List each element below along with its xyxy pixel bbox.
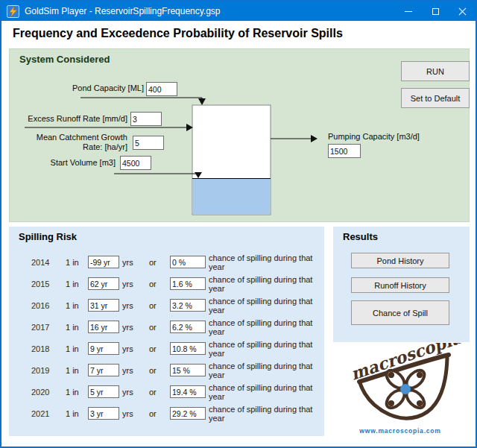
risk-row-2017: 2017 1 in yrs or chance of spilling duri… — [9, 316, 324, 338]
one-in-label: 1 in — [66, 388, 88, 397]
pond-capacity-arrowhead — [198, 98, 206, 105]
pond-capacity-label: Pond Capacity [ML] — [10, 83, 144, 93]
risk-row-2016: 2016 1 in yrs or chance of spilling duri… — [9, 294, 324, 316]
close-icon — [458, 7, 467, 16]
return-period-input[interactable] — [88, 342, 119, 355]
logo-flower — [383, 367, 427, 411]
logo-url-text: www.macroscopia.com — [337, 427, 464, 435]
yrs-label: yrs — [122, 301, 149, 310]
maximize-button[interactable] — [422, 1, 449, 21]
year-label: 2021 — [31, 409, 66, 418]
pond-history-button[interactable]: Pond History — [351, 253, 449, 268]
goldsim-player-window: GoldSim Player - ReservoirSpillingFreque… — [0, 0, 477, 448]
chance-label: chance of spilling during that year — [209, 340, 324, 358]
yrs-label: yrs — [122, 280, 149, 288]
probability-input[interactable] — [170, 321, 206, 333]
chance-label: chance of spilling during that year — [209, 275, 324, 293]
excess-runoff-rate-input[interactable] — [130, 112, 162, 126]
runoff-arrowhead — [186, 124, 193, 131]
or-label: or — [149, 280, 170, 288]
probability-input[interactable] — [170, 385, 206, 398]
start-volume-input[interactable] — [120, 156, 151, 170]
yrs-label: yrs — [122, 388, 149, 397]
return-period-input[interactable] — [88, 277, 119, 290]
year-label: 2018 — [31, 344, 66, 353]
or-label: or — [149, 344, 170, 353]
page-title: Frequency and Exceedence Probability of … — [13, 27, 343, 40]
spilling-risk-panel: Spilling Risk 2014 1 in yrs or chance of… — [9, 227, 324, 436]
return-period-input[interactable] — [88, 407, 119, 420]
year-label: 2014 — [31, 258, 66, 267]
spilling-risk-header: Spilling Risk — [19, 231, 77, 242]
one-in-label: 1 in — [66, 301, 88, 310]
one-in-label: 1 in — [66, 344, 88, 353]
return-period-input[interactable] — [88, 364, 119, 376]
probability-input[interactable] — [170, 342, 206, 355]
or-label: or — [149, 301, 170, 310]
goldsim-app-icon — [7, 5, 19, 18]
return-period-input[interactable] — [88, 256, 119, 268]
catchment-growth-rate-input[interactable] — [133, 136, 164, 150]
minimize-button[interactable] — [395, 1, 422, 21]
pumping-arrowhead — [311, 135, 318, 142]
year-label: 2015 — [31, 280, 66, 288]
chance-label: chance of spilling during that year — [209, 405, 324, 423]
year-label: 2020 — [31, 388, 66, 397]
risk-row-2019: 2019 1 in yrs or chance of spilling duri… — [9, 359, 324, 381]
risk-row-2014: 2014 1 in yrs or chance of spilling duri… — [9, 251, 324, 273]
reservoir-water — [193, 179, 271, 215]
probability-input[interactable] — [170, 364, 206, 376]
probability-input[interactable] — [170, 407, 206, 420]
yrs-label: yrs — [122, 366, 149, 375]
macroscopia-logo-mark: macroscopia — [337, 343, 464, 423]
system-panel-header: System Considered — [19, 54, 110, 65]
yrs-label: yrs — [122, 258, 149, 267]
chance-label: chance of spilling during that year — [209, 362, 324, 379]
chance-label: chance of spilling during that year — [209, 253, 324, 271]
logo-center-dot — [400, 384, 411, 394]
one-in-label: 1 in — [66, 366, 88, 375]
catchment-growth-rate-label: Mean Catchment Growth Rate: [ha/yr] — [10, 133, 127, 152]
run-button[interactable]: RUN — [401, 61, 470, 81]
results-panel: Results Pond History Runoff History Chan… — [333, 227, 470, 342]
pumping-capacity-label: Pumping Capacity [m3/d] — [328, 132, 455, 142]
macroscopia-logo: macroscopia www.macroscopia.com — [337, 343, 464, 438]
titlebar: GoldSim Player - ReservoirSpillingFreque… — [1, 1, 476, 21]
pond-capacity-input[interactable] — [146, 82, 177, 96]
chance-label: chance of spilling during that year — [209, 383, 324, 401]
one-in-label: 1 in — [66, 258, 88, 267]
yrs-label: yrs — [122, 344, 149, 353]
chance-of-spill-button[interactable]: Chance of Spill — [351, 300, 449, 325]
close-button[interactable] — [449, 1, 476, 21]
yrs-label: yrs — [122, 409, 149, 418]
or-label: or — [149, 409, 170, 418]
yrs-label: yrs — [122, 323, 149, 332]
year-label: 2017 — [31, 323, 66, 332]
spilling-risk-rows: 2014 1 in yrs or chance of spilling duri… — [9, 251, 324, 424]
return-period-input[interactable] — [88, 321, 119, 333]
probability-input[interactable] — [170, 277, 206, 290]
one-in-label: 1 in — [66, 280, 88, 288]
excess-runoff-rate-label: Excess Runoff Rate [mm/d] — [10, 114, 127, 124]
one-in-label: 1 in — [66, 409, 88, 418]
start-volume-label: Start Volume [m3] — [10, 158, 116, 168]
chance-label: chance of spilling during that year — [209, 318, 324, 336]
runoff-history-button[interactable]: Runoff History — [351, 277, 449, 293]
probability-input[interactable] — [170, 299, 206, 312]
set-to-default-button[interactable]: Set to Default — [401, 88, 470, 108]
system-considered-panel: System Considered RUN Set to Default Pon… — [9, 48, 470, 222]
pond-capacity-arrow — [80, 98, 202, 99]
or-label: or — [149, 323, 170, 332]
one-in-label: 1 in — [66, 323, 88, 332]
minimize-icon — [405, 11, 412, 12]
year-label: 2019 — [31, 366, 66, 375]
risk-row-2018: 2018 1 in yrs or chance of spilling duri… — [9, 338, 324, 359]
risk-row-2021: 2021 1 in yrs or chance of spilling duri… — [9, 403, 324, 424]
return-period-input[interactable] — [88, 385, 119, 398]
year-label: 2016 — [31, 301, 66, 310]
results-header: Results — [343, 231, 378, 242]
risk-row-2015: 2015 1 in yrs or chance of spilling duri… — [9, 273, 324, 294]
return-period-input[interactable] — [88, 299, 119, 312]
probability-input[interactable] — [170, 256, 206, 268]
pumping-capacity-input[interactable] — [328, 144, 361, 158]
